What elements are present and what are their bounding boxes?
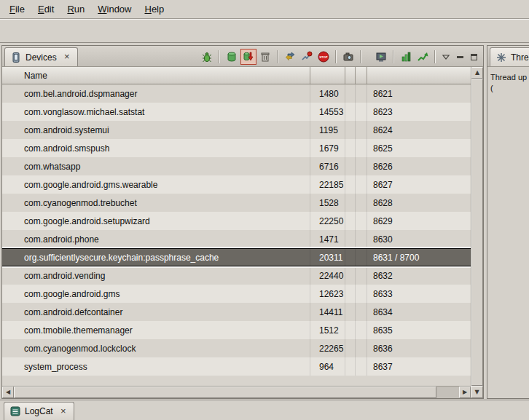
process-name: com.android.systemui xyxy=(2,121,310,139)
cell-empty xyxy=(356,249,367,266)
cell-empty xyxy=(345,303,356,321)
stop-process-icon[interactable]: STOP xyxy=(316,49,332,65)
process-port: 8627 xyxy=(367,175,471,194)
process-name: com.vonglasow.michael.satstat xyxy=(2,103,310,121)
tab-devices[interactable]: Devices × xyxy=(4,47,78,66)
cause-gc-icon[interactable] xyxy=(257,49,273,65)
tab-logcat[interactable]: LogCat × xyxy=(4,402,74,420)
threads-icon xyxy=(495,52,507,63)
process-name: com.cyanogenmod.trebuchet xyxy=(2,194,310,212)
process-pid: 1679 xyxy=(310,139,345,157)
process-port: 8637 xyxy=(367,357,471,376)
table-row[interactable]: com.bel.android.dspmanager 1480 8621 xyxy=(2,84,471,103)
cell-empty xyxy=(356,194,367,212)
threads-message: Thread up ( xyxy=(487,67,529,99)
screen-record-icon[interactable] xyxy=(373,49,389,65)
table-row[interactable]: com.google.android.setupwizard 22250 862… xyxy=(2,212,471,230)
process-name: com.google.android.gms.wearable xyxy=(2,175,310,194)
vertical-scrollbar[interactable]: ▲ xyxy=(471,67,483,386)
process-name: com.android.smspush xyxy=(2,139,310,157)
process-pid: 22440 xyxy=(310,266,345,285)
vertical-scroll-thumb[interactable] xyxy=(471,79,483,386)
table-row[interactable]: com.tmobile.thememanager 1512 8635 xyxy=(2,321,471,339)
process-pid: 12623 xyxy=(310,285,345,303)
toolbar-separator xyxy=(335,50,337,63)
menu-item[interactable]: File xyxy=(3,0,31,18)
table-row[interactable]: com.google.android.gms.wearable 22185 86… xyxy=(2,175,471,194)
table-row[interactable]: com.android.systemui 1195 8624 xyxy=(2,121,471,139)
process-port: 8624 xyxy=(367,121,471,139)
cell-empty xyxy=(356,157,367,175)
process-port: 8633 xyxy=(367,285,471,303)
cell-empty xyxy=(345,212,356,230)
maximize-icon[interactable] xyxy=(467,50,480,63)
cell-empty xyxy=(345,357,356,376)
menu-item[interactable]: Edit xyxy=(31,0,60,18)
tab-threads[interactable]: Threads xyxy=(490,47,529,66)
process-port: 8625 xyxy=(367,139,471,157)
column-header-b[interactable] xyxy=(356,67,367,84)
horizontal-scroll-thumb[interactable] xyxy=(14,387,436,398)
minimize-icon[interactable] xyxy=(453,50,466,63)
stats-chart-icon[interactable] xyxy=(398,49,414,65)
process-name: org.sufficientlysecure.keychain:passphra… xyxy=(2,249,310,266)
cell-empty xyxy=(345,139,356,157)
process-name: com.bel.android.dspmanager xyxy=(2,84,310,103)
view-menu-icon[interactable] xyxy=(439,50,452,63)
scroll-left-icon[interactable]: ◀ xyxy=(2,387,14,398)
table-row[interactable]: system_process 964 8637 xyxy=(2,357,471,376)
debug-process-icon[interactable] xyxy=(199,49,215,65)
scroll-right-icon[interactable]: ▶ xyxy=(459,387,471,398)
process-name: com.google.android.gms xyxy=(2,285,310,303)
method-profiling-icon[interactable] xyxy=(299,49,315,65)
table-row[interactable]: com.cyanogenmod.lockclock 22265 8636 xyxy=(2,339,471,357)
process-name: com.whatsapp xyxy=(2,157,310,175)
table-row[interactable]: com.vonglasow.michael.satstat 14553 8623 xyxy=(2,103,471,121)
column-header-a[interactable] xyxy=(345,67,356,84)
scroll-up-icon[interactable]: ▲ xyxy=(471,67,483,79)
cell-empty xyxy=(345,121,356,139)
table-row[interactable]: com.android.smspush 1679 8625 xyxy=(2,139,471,157)
table-row[interactable]: com.google.android.gms 12623 8633 xyxy=(2,285,471,303)
devices-toolbar: STOP xyxy=(199,49,480,65)
menu-item-label: File xyxy=(9,4,25,15)
table-row[interactable]: com.android.vending 22440 8632 xyxy=(2,266,471,285)
column-header-port[interactable] xyxy=(367,67,471,84)
screen-capture-icon[interactable] xyxy=(340,49,356,65)
network-stats-icon[interactable] xyxy=(415,49,431,65)
process-pid: 1195 xyxy=(310,121,345,139)
main-toolbar xyxy=(0,19,529,43)
menu-bar: File Edit Run Window Help xyxy=(0,0,529,19)
process-pid: 1480 xyxy=(310,84,345,103)
toolbar-separator xyxy=(219,50,220,63)
column-header-name[interactable]: Name xyxy=(2,67,310,84)
process-name: system_process xyxy=(2,357,310,376)
close-icon[interactable]: × xyxy=(62,52,72,63)
table-row[interactable]: org.sufficientlysecure.keychain:passphra… xyxy=(2,248,471,266)
process-port: 8630 xyxy=(367,230,471,248)
cell-empty xyxy=(356,139,367,157)
process-pid: 22265 xyxy=(310,339,345,357)
update-threads-icon[interactable] xyxy=(282,49,298,65)
update-heap-icon[interactable] xyxy=(224,49,240,65)
table-row[interactable]: com.whatsapp 6716 8626 xyxy=(2,157,471,175)
table-row[interactable]: com.cyanogenmod.trebuchet 1528 8628 xyxy=(2,194,471,212)
process-port: 8636 xyxy=(367,339,471,357)
cell-empty xyxy=(345,194,356,212)
menu-item[interactable]: Help xyxy=(138,0,171,18)
column-header-pid[interactable] xyxy=(310,67,345,84)
table-row[interactable]: com.android.phone 1471 8630 xyxy=(2,230,471,248)
close-icon[interactable]: × xyxy=(58,406,68,417)
cell-empty xyxy=(345,249,356,266)
scroll-down-icon[interactable]: ▼ xyxy=(471,386,483,398)
menu-item[interactable]: Window xyxy=(91,0,138,18)
tab-devices-label: Devices xyxy=(26,52,57,63)
table-row[interactable]: com.android.defcontainer 14411 8634 xyxy=(2,303,471,321)
menu-item[interactable]: Run xyxy=(60,0,91,18)
cell-empty xyxy=(345,175,356,194)
process-pid: 6716 xyxy=(310,157,345,175)
horizontal-scroll-track[interactable] xyxy=(14,387,459,398)
horizontal-scrollbar[interactable]: ◀ ▶ xyxy=(2,386,471,398)
process-port: 8635 xyxy=(367,321,471,339)
dump-hprof-icon[interactable] xyxy=(240,49,256,65)
